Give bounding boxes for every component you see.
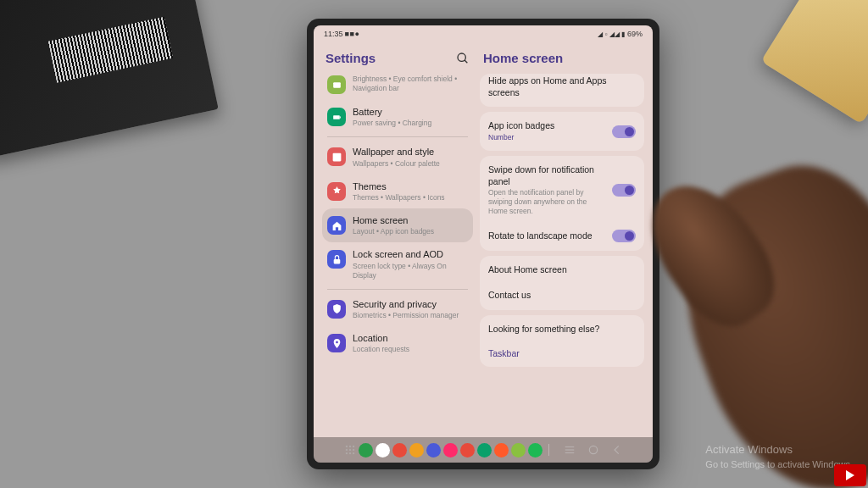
status-battery: 69% <box>627 30 643 38</box>
detail-card: Swipe down for notification panelOpen th… <box>480 156 644 251</box>
item-sub: Brightness • Eye comfort shield • Naviga… <box>353 75 468 93</box>
search-icon[interactable] <box>456 52 470 65</box>
wooden-stand <box>761 0 868 124</box>
svg-rect-4 <box>339 116 340 118</box>
taskbar[interactable] <box>314 437 653 463</box>
svg-point-12 <box>345 449 347 451</box>
taskbar-app-icon[interactable] <box>359 443 373 458</box>
taskbar-app-icon[interactable] <box>477 443 492 458</box>
detail-card: Hide apps on Home and Apps screens <box>480 74 644 107</box>
taskbar-app-icon[interactable] <box>426 443 441 458</box>
detail-item[interactable]: Swipe down for notification panelOpen th… <box>480 158 644 223</box>
item-sub: Wallpapers • Colour palette <box>353 159 468 169</box>
detail-label: About Home screen <box>488 264 636 276</box>
settings-item-battery[interactable]: BatteryPower saving • Charging <box>322 100 473 134</box>
item-label: Lock screen and AOD <box>353 248 468 260</box>
display-icon <box>327 75 346 94</box>
detail-card: App icon badgesNumber <box>480 112 644 151</box>
taskbar-app-icon[interactable] <box>528 443 542 458</box>
security-icon <box>327 300 346 319</box>
item-label: Location <box>353 332 468 344</box>
barcode <box>48 17 173 83</box>
item-label: Wallpaper and style <box>353 146 468 158</box>
item-sub: Power saving • Charging <box>353 119 468 128</box>
settings-item-home-screen[interactable]: Home screenLayout • App icon badges <box>322 208 473 242</box>
taskbar-app-icon[interactable] <box>376 443 390 458</box>
svg-point-0 <box>458 53 465 61</box>
settings-item-lock-screen-and-aod[interactable]: Lock screen and AODScreen lock type • Al… <box>322 242 473 286</box>
status-signal-icons: ◢ ▫ ◢◢ ▮ <box>598 30 625 38</box>
themes-icon <box>327 182 346 201</box>
wallpaper-icon <box>327 147 346 166</box>
lock-icon <box>327 250 346 269</box>
detail-list[interactable]: Hide apps on Home and Apps screensApp ic… <box>480 74 644 437</box>
detail-label: Hide apps on Home and Apps screens <box>488 75 636 98</box>
status-notif-icons: ■ ■ ● <box>345 30 359 38</box>
svg-rect-2 <box>333 82 341 88</box>
item-sub: Layout • App icon badges <box>353 227 468 236</box>
detail-item[interactable]: Hide apps on Home and Apps screens <box>480 75 644 105</box>
back-button[interactable] <box>611 444 623 456</box>
svg-point-11 <box>352 446 353 447</box>
screen: 11:35 ■ ■ ● ◢ ▫ ◢◢ ▮ 69% Settings Bright… <box>314 25 653 463</box>
detail-item[interactable]: Rotate to landscape mode <box>480 223 644 249</box>
windows-watermark: Activate Windows Go to Settings to activ… <box>705 442 853 471</box>
detail-card: About Home screenContact us <box>480 256 644 309</box>
toggle-switch[interactable] <box>612 125 636 138</box>
item-label: Home screen <box>353 214 468 226</box>
svg-point-9 <box>345 446 347 447</box>
detail-item[interactable]: Contact us <box>480 283 644 308</box>
taskbar-app-icon[interactable] <box>443 443 458 458</box>
watermark-title: Activate Windows <box>705 442 853 458</box>
home-button[interactable] <box>587 444 599 456</box>
apps-grid-icon[interactable] <box>344 444 356 456</box>
svg-point-15 <box>345 452 347 454</box>
svg-rect-3 <box>333 115 340 119</box>
item-label: Themes <box>353 180 468 192</box>
svg-point-14 <box>352 449 353 451</box>
taskbar-app-icon[interactable] <box>494 443 509 458</box>
home-icon <box>327 216 346 235</box>
svg-line-1 <box>465 60 467 63</box>
settings-item-location[interactable]: LocationLocation requests <box>322 326 473 360</box>
detail-item[interactable]: Taskbar <box>480 341 644 365</box>
toggle-switch[interactable] <box>612 184 636 197</box>
detail-item[interactable]: About Home screen <box>480 258 644 283</box>
item-sub: Themes • Wallpapers • Icons <box>353 193 468 202</box>
detail-item[interactable]: App icon badgesNumber <box>480 114 644 149</box>
settings-list[interactable]: Brightness • Eye comfort shield • Naviga… <box>322 74 473 437</box>
taskbar-app-icon[interactable] <box>392 443 407 458</box>
status-time: 11:35 <box>324 30 343 38</box>
watermark-sub: Go to Settings to activate Windows. <box>705 458 853 471</box>
item-label: Security and privacy <box>353 298 468 310</box>
settings-item-display[interactable]: Brightness • Eye comfort shield • Naviga… <box>322 74 473 100</box>
taskbar-app-icon[interactable] <box>409 443 424 458</box>
item-sub: Location requests <box>353 345 468 354</box>
battery-icon <box>327 108 346 126</box>
detail-label: App icon badges <box>488 120 605 132</box>
settings-item-wallpaper-and-style[interactable]: Wallpaper and styleWallpapers • Colour p… <box>322 140 473 174</box>
settings-item-themes[interactable]: ThemesThemes • Wallpapers • Icons <box>322 175 473 208</box>
item-sub: Screen lock type • Always On Display <box>353 262 468 280</box>
detail-link[interactable]: Taskbar <box>488 348 636 358</box>
settings-pane: Settings Brightness • Eye comfort shield… <box>314 42 476 437</box>
svg-point-17 <box>352 452 353 454</box>
detail-card: Looking for something else?Taskbar <box>480 315 644 368</box>
taskbar-app-icon[interactable] <box>511 443 526 458</box>
settings-item-security-and-privacy[interactable]: Security and privacyBiometrics • Permiss… <box>322 292 473 326</box>
detail-sub: Open the notification panel by swiping d… <box>488 188 605 216</box>
detail-item[interactable]: Looking for something else? <box>480 317 644 342</box>
detail-title: Home screen <box>483 51 563 65</box>
youtube-badge <box>834 464 866 486</box>
item-label: Battery <box>353 106 468 118</box>
item-sub: Biometrics • Permission manager <box>353 311 468 320</box>
product-box: Galaxy Z Fold6 <box>0 0 219 158</box>
svg-point-8 <box>336 341 338 343</box>
settings-title: Settings <box>326 51 376 65</box>
toggle-switch[interactable] <box>612 230 636 242</box>
location-icon <box>327 334 346 352</box>
recents-button[interactable] <box>564 444 576 456</box>
detail-label: Looking for something else? <box>488 324 636 336</box>
taskbar-app-icon[interactable] <box>460 443 475 458</box>
status-bar: 11:35 ■ ■ ● ◢ ▫ ◢◢ ▮ 69% <box>314 25 653 42</box>
